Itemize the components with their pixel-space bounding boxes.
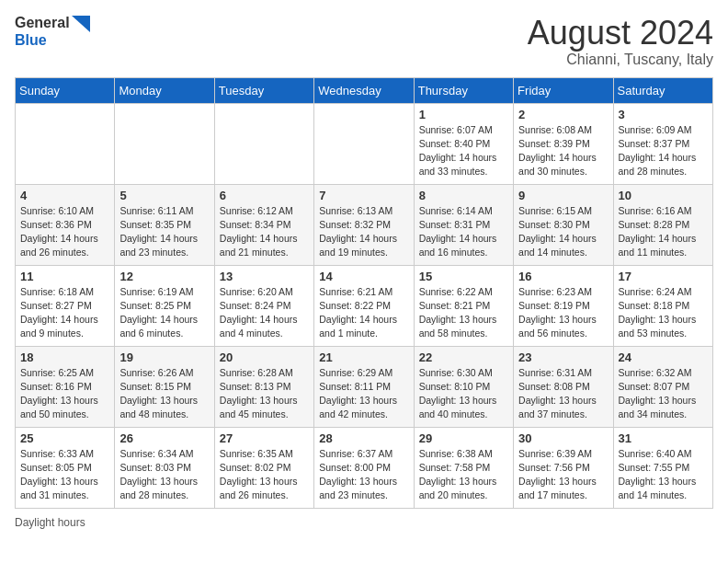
- day-number: 20: [220, 350, 309, 364]
- calendar-body: 1Sunrise: 6:07 AM Sunset: 8:40 PM Daylig…: [16, 103, 713, 508]
- calendar-cell: 15Sunrise: 6:22 AM Sunset: 8:21 PM Dayli…: [414, 265, 513, 346]
- day-info: Sunrise: 6:29 AM Sunset: 8:11 PM Dayligh…: [319, 366, 408, 422]
- logo-blue: Blue: [15, 32, 47, 48]
- svg-marker-0: [72, 16, 90, 32]
- day-number: 6: [220, 189, 309, 202]
- calendar-cell: 8Sunrise: 6:14 AM Sunset: 8:31 PM Daylig…: [414, 184, 513, 265]
- calendar-cell: 30Sunrise: 6:39 AM Sunset: 7:56 PM Dayli…: [514, 427, 613, 508]
- calendar-cell: 23Sunrise: 6:31 AM Sunset: 8:08 PM Dayli…: [514, 346, 613, 427]
- day-number: 31: [619, 431, 708, 445]
- logo-triangle-icon: [72, 16, 90, 32]
- calendar-cell: [115, 103, 214, 184]
- calendar-day-header: Monday: [115, 77, 214, 103]
- day-info: Sunrise: 6:18 AM Sunset: 8:27 PM Dayligh…: [20, 285, 109, 341]
- calendar-cell: 2Sunrise: 6:08 AM Sunset: 8:39 PM Daylig…: [514, 103, 613, 184]
- day-number: 17: [619, 270, 708, 283]
- calendar-day-header: Saturday: [613, 77, 712, 103]
- day-number: 4: [20, 189, 109, 202]
- calendar-cell: 10Sunrise: 6:16 AM Sunset: 8:28 PM Dayli…: [613, 184, 712, 265]
- title-area: August 2024 Chianni, Tuscany, Italy: [528, 15, 713, 68]
- calendar-cell: 24Sunrise: 6:32 AM Sunset: 8:07 PM Dayli…: [613, 346, 712, 427]
- calendar-cell: 31Sunrise: 6:40 AM Sunset: 7:55 PM Dayli…: [613, 427, 712, 508]
- day-info: Sunrise: 6:35 AM Sunset: 8:02 PM Dayligh…: [220, 447, 309, 503]
- day-info: Sunrise: 6:28 AM Sunset: 8:13 PM Dayligh…: [220, 366, 309, 422]
- day-number: 26: [119, 431, 209, 445]
- calendar-cell: 14Sunrise: 6:21 AM Sunset: 8:22 PM Dayli…: [314, 265, 414, 346]
- day-info: Sunrise: 6:37 AM Sunset: 8:00 PM Dayligh…: [319, 447, 408, 503]
- day-info: Sunrise: 6:13 AM Sunset: 8:32 PM Dayligh…: [319, 204, 408, 260]
- calendar-day-header: Tuesday: [214, 77, 313, 103]
- day-number: 30: [518, 431, 608, 445]
- day-info: Sunrise: 6:15 AM Sunset: 8:30 PM Dayligh…: [518, 204, 608, 260]
- day-number: 18: [20, 350, 109, 364]
- day-number: 16: [518, 270, 608, 283]
- day-number: 28: [319, 431, 408, 445]
- calendar-cell: 20Sunrise: 6:28 AM Sunset: 8:13 PM Dayli…: [214, 346, 313, 427]
- day-number: 15: [419, 270, 508, 283]
- calendar-cell: [16, 103, 115, 184]
- day-info: Sunrise: 6:26 AM Sunset: 8:15 PM Dayligh…: [119, 366, 209, 422]
- calendar-cell: 26Sunrise: 6:34 AM Sunset: 8:03 PM Dayli…: [115, 427, 214, 508]
- footer-text: Daylight hours: [15, 516, 85, 529]
- day-number: 3: [619, 108, 708, 121]
- calendar-cell: 5Sunrise: 6:11 AM Sunset: 8:35 PM Daylig…: [115, 184, 214, 265]
- day-info: Sunrise: 6:22 AM Sunset: 8:21 PM Dayligh…: [419, 285, 508, 341]
- day-info: Sunrise: 6:20 AM Sunset: 8:24 PM Dayligh…: [220, 285, 309, 341]
- logo-general: General: [15, 15, 70, 30]
- calendar-cell: 12Sunrise: 6:19 AM Sunset: 8:25 PM Dayli…: [115, 265, 214, 346]
- calendar-cell: 7Sunrise: 6:13 AM Sunset: 8:32 PM Daylig…: [314, 184, 414, 265]
- day-info: Sunrise: 6:34 AM Sunset: 8:03 PM Dayligh…: [119, 447, 209, 503]
- day-number: 2: [518, 108, 608, 121]
- day-info: Sunrise: 6:12 AM Sunset: 8:34 PM Dayligh…: [220, 204, 309, 260]
- day-number: 12: [119, 270, 209, 283]
- calendar-cell: 18Sunrise: 6:25 AM Sunset: 8:16 PM Dayli…: [16, 346, 115, 427]
- day-number: 27: [220, 431, 309, 445]
- day-number: 21: [319, 350, 408, 364]
- calendar-day-header: Thursday: [414, 77, 513, 103]
- header: GeneralBlue August 2024 Chianni, Tuscany…: [15, 15, 713, 68]
- calendar-cell: [314, 103, 414, 184]
- calendar-cell: 3Sunrise: 6:09 AM Sunset: 8:37 PM Daylig…: [613, 103, 712, 184]
- day-number: 8: [419, 189, 508, 202]
- day-info: Sunrise: 6:30 AM Sunset: 8:10 PM Dayligh…: [419, 366, 508, 422]
- calendar-cell: 1Sunrise: 6:07 AM Sunset: 8:40 PM Daylig…: [414, 103, 513, 184]
- calendar-cell: 29Sunrise: 6:38 AM Sunset: 7:58 PM Dayli…: [414, 427, 513, 508]
- calendar-cell: 9Sunrise: 6:15 AM Sunset: 8:30 PM Daylig…: [514, 184, 613, 265]
- day-info: Sunrise: 6:14 AM Sunset: 8:31 PM Dayligh…: [419, 204, 508, 260]
- calendar-cell: 19Sunrise: 6:26 AM Sunset: 8:15 PM Dayli…: [115, 346, 214, 427]
- calendar-cell: 11Sunrise: 6:18 AM Sunset: 8:27 PM Dayli…: [16, 265, 115, 346]
- day-number: 25: [20, 431, 109, 445]
- calendar-day-header: Friday: [514, 77, 613, 103]
- calendar-cell: 16Sunrise: 6:23 AM Sunset: 8:19 PM Dayli…: [514, 265, 613, 346]
- day-number: 22: [419, 350, 508, 364]
- day-number: 14: [319, 270, 408, 283]
- day-info: Sunrise: 6:07 AM Sunset: 8:40 PM Dayligh…: [419, 123, 508, 179]
- calendar-cell: 6Sunrise: 6:12 AM Sunset: 8:34 PM Daylig…: [214, 184, 313, 265]
- day-info: Sunrise: 6:11 AM Sunset: 8:35 PM Dayligh…: [119, 204, 209, 260]
- calendar-header-row: SundayMondayTuesdayWednesdayThursdayFrid…: [16, 77, 713, 103]
- day-info: Sunrise: 6:09 AM Sunset: 8:37 PM Dayligh…: [619, 123, 708, 179]
- main-title: August 2024: [528, 15, 713, 52]
- day-info: Sunrise: 6:19 AM Sunset: 8:25 PM Dayligh…: [119, 285, 209, 341]
- footer-area: Daylight hours: [15, 516, 713, 529]
- day-number: 19: [119, 350, 209, 364]
- calendar-cell: 28Sunrise: 6:37 AM Sunset: 8:00 PM Dayli…: [314, 427, 414, 508]
- day-info: Sunrise: 6:33 AM Sunset: 8:05 PM Dayligh…: [20, 447, 109, 503]
- day-number: 10: [619, 189, 708, 202]
- day-number: 23: [518, 350, 608, 364]
- day-number: 5: [119, 189, 209, 202]
- day-info: Sunrise: 6:40 AM Sunset: 7:55 PM Dayligh…: [619, 447, 708, 503]
- calendar-cell: 22Sunrise: 6:30 AM Sunset: 8:10 PM Dayli…: [414, 346, 513, 427]
- day-number: 1: [419, 108, 508, 121]
- calendar-cell: 17Sunrise: 6:24 AM Sunset: 8:18 PM Dayli…: [613, 265, 712, 346]
- calendar-cell: 21Sunrise: 6:29 AM Sunset: 8:11 PM Dayli…: [314, 346, 414, 427]
- day-info: Sunrise: 6:25 AM Sunset: 8:16 PM Dayligh…: [20, 366, 109, 422]
- calendar-day-header: Wednesday: [314, 77, 414, 103]
- calendar-week-row: 18Sunrise: 6:25 AM Sunset: 8:16 PM Dayli…: [16, 346, 713, 427]
- day-info: Sunrise: 6:24 AM Sunset: 8:18 PM Dayligh…: [619, 285, 708, 341]
- day-number: 24: [619, 350, 708, 364]
- day-number: 29: [419, 431, 508, 445]
- day-info: Sunrise: 6:10 AM Sunset: 8:36 PM Dayligh…: [20, 204, 109, 260]
- calendar-week-row: 25Sunrise: 6:33 AM Sunset: 8:05 PM Dayli…: [16, 427, 713, 508]
- day-number: 9: [518, 189, 608, 202]
